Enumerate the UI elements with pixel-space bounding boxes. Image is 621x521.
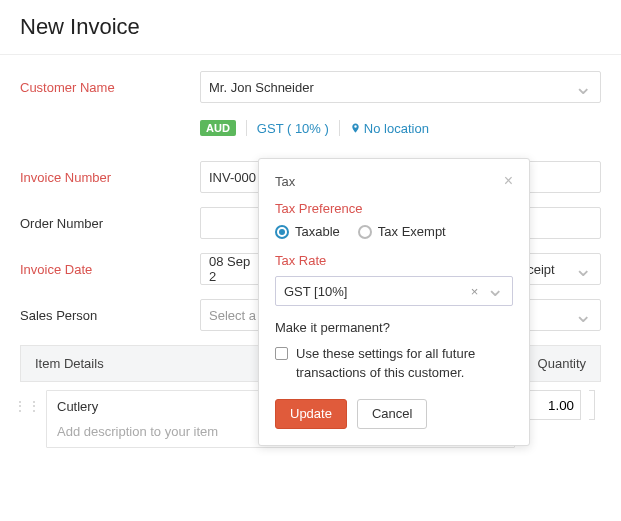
tax-rate-value: GST [10%] — [284, 284, 347, 299]
divider — [0, 54, 621, 55]
label-invoice-number: Invoice Number — [20, 170, 200, 185]
col-quantity: Quantity — [524, 356, 586, 371]
radio-icon — [358, 225, 372, 239]
drag-handle-icon[interactable]: ⋮⋮ — [20, 390, 34, 414]
label-tax-preference: Tax Preference — [275, 201, 513, 216]
radio-icon — [275, 225, 289, 239]
gst-link[interactable]: GST ( 10% ) — [257, 121, 329, 136]
quantity-input[interactable] — [523, 390, 581, 420]
label-invoice-date: Invoice Date — [20, 262, 200, 277]
location-link[interactable]: No location — [350, 121, 429, 136]
radio-tax-exempt-label: Tax Exempt — [378, 224, 446, 239]
chevron-down-icon: ⌄ — [486, 276, 504, 301]
divider — [339, 120, 340, 136]
label-sales-person: Sales Person — [20, 308, 200, 323]
sales-person-placeholder: Select a — [209, 308, 256, 323]
invoice-date-value: 08 Sep 2 — [209, 254, 261, 284]
page-title: New Invoice — [0, 0, 621, 54]
location-text: No location — [364, 121, 429, 136]
label-customer-name: Customer Name — [20, 80, 200, 95]
currency-badge: AUD — [200, 120, 236, 136]
popover-title: Tax — [275, 174, 295, 189]
radio-tax-exempt[interactable]: Tax Exempt — [358, 224, 446, 239]
label-tax-rate: Tax Rate — [275, 253, 513, 268]
map-pin-icon — [350, 121, 360, 135]
checkbox-permanent[interactable] — [275, 347, 288, 360]
radio-taxable-label: Taxable — [295, 224, 340, 239]
tax-popover: Tax × Tax Preference Taxable Tax Exempt … — [258, 158, 530, 446]
update-button[interactable]: Update — [275, 399, 347, 429]
radio-taxable[interactable]: Taxable — [275, 224, 340, 239]
cancel-button[interactable]: Cancel — [357, 399, 427, 429]
trail-cell — [589, 390, 595, 420]
close-icon[interactable]: × — [504, 173, 513, 189]
label-make-permanent: Make it permanent? — [275, 320, 513, 335]
divider — [246, 120, 247, 136]
tax-rate-select[interactable]: GST [10%] × ⌄ — [275, 276, 513, 306]
customer-name-value: Mr. Jon Schneider — [209, 80, 314, 95]
invoice-number-value: INV-000 — [209, 170, 256, 185]
customer-name-select[interactable]: Mr. Jon Schneider ⌄ — [200, 71, 601, 103]
checkbox-permanent-label: Use these settings for all future transa… — [296, 345, 513, 383]
clear-icon[interactable]: × — [471, 284, 479, 299]
label-order-number: Order Number — [20, 216, 200, 231]
